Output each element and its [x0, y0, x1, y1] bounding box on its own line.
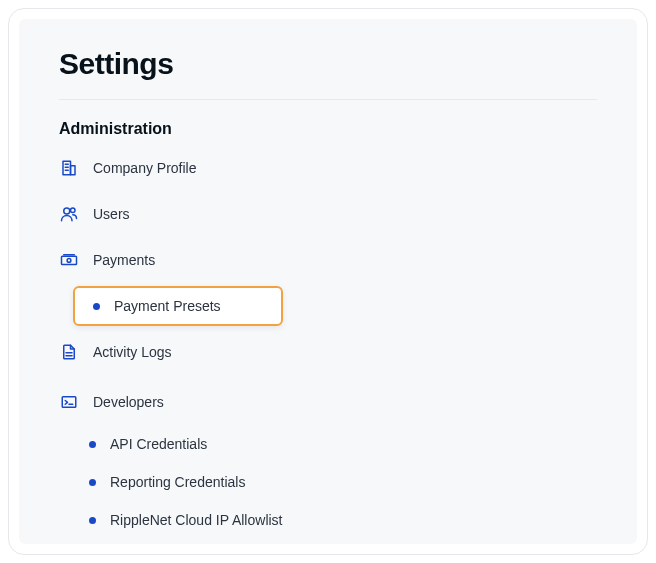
svg-rect-12: [62, 397, 76, 408]
nav-label: Payments: [93, 252, 155, 268]
bullet-icon: [89, 479, 96, 486]
nav-item-payments[interactable]: Payments: [59, 244, 597, 276]
nav-item-activity-logs[interactable]: Activity Logs: [59, 336, 597, 368]
settings-panel: Settings Administration Company Profile: [19, 19, 637, 544]
cash-icon: [59, 250, 79, 270]
nav-item-users[interactable]: Users: [59, 198, 597, 230]
terminal-icon: [59, 392, 79, 412]
sub-item-api-credentials[interactable]: API Credentials: [73, 428, 597, 460]
nav-label: Developers: [93, 394, 164, 410]
section-heading-administration: Administration: [59, 120, 597, 138]
nav-label: Company Profile: [93, 160, 197, 176]
nav-label: Users: [93, 206, 130, 222]
nav-item-developers[interactable]: Developers: [59, 386, 597, 418]
nav-item-company-profile[interactable]: Company Profile: [59, 152, 597, 184]
building-icon: [59, 158, 79, 178]
payments-sublist: Payment Presets: [73, 286, 597, 326]
svg-rect-7: [62, 256, 77, 264]
sub-label: API Credentials: [110, 436, 207, 452]
users-icon: [59, 204, 79, 224]
page-title: Settings: [59, 47, 597, 81]
bullet-icon: [89, 441, 96, 448]
sub-label: Reporting Credentials: [110, 474, 245, 490]
svg-point-5: [64, 208, 70, 214]
divider: [59, 99, 597, 100]
file-log-icon: [59, 342, 79, 362]
nav-label: Activity Logs: [93, 344, 172, 360]
sub-item-ip-allowlist[interactable]: RippleNet Cloud IP Allowlist: [73, 504, 597, 536]
developers-sublist: API Credentials Reporting Credentials Ri…: [73, 428, 597, 536]
settings-card: Settings Administration Company Profile: [8, 8, 648, 555]
sub-item-reporting-credentials[interactable]: Reporting Credentials: [73, 466, 597, 498]
svg-point-8: [67, 259, 71, 263]
svg-point-6: [71, 208, 76, 213]
sub-item-payment-presets[interactable]: Payment Presets: [73, 286, 283, 326]
bullet-icon: [93, 303, 100, 310]
svg-rect-1: [71, 166, 76, 175]
bullet-icon: [89, 517, 96, 524]
sub-label: RippleNet Cloud IP Allowlist: [110, 512, 283, 528]
sub-label: Payment Presets: [114, 298, 221, 314]
